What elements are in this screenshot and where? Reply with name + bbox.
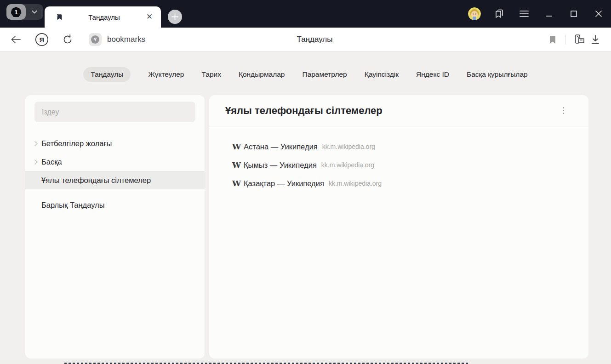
- sidebar-item-other[interactable]: Басқа: [25, 153, 205, 171]
- avatar: [468, 7, 481, 20]
- tab-count-badge[interactable]: 1: [6, 4, 26, 20]
- toolbar-actions: [544, 28, 611, 51]
- wikipedia-favicon: W: [232, 142, 244, 151]
- sidebar-item-all-bookmarks[interactable]: Барлық Таңдаулы: [25, 196, 205, 214]
- bookmarks-page: Таңдаулы Жүктеулер Тарих Қондырмалар Пар…: [0, 51, 611, 360]
- bookmark-url: kk.m.wikipedia.org: [321, 161, 374, 169]
- bookmarks-main-panel: Ұялы телефондағы сілтемелер W Астана — У…: [209, 95, 588, 358]
- downloads-icon[interactable]: [587, 31, 604, 48]
- toolbar-divider: [565, 34, 566, 45]
- new-tab-button[interactable]: [168, 10, 182, 24]
- bookmark-list: W Астана — Уикипедия kk.m.wikipedia.org …: [209, 126, 588, 193]
- sidebar-item-bookmarks-bar[interactable]: Бетбелгілер жолағы: [25, 134, 205, 153]
- bookmark-title: Қымыз — Уикипедия: [244, 161, 317, 170]
- titlebar: 1 Таңдаулы ✕: [0, 0, 611, 28]
- nav-tab-bookmarks[interactable]: Таңдаулы: [83, 67, 131, 82]
- sidebar-item-label: Басқа: [41, 158, 62, 166]
- titlebar-actions: [462, 0, 611, 28]
- address-bar-url[interactable]: bookmarks: [107, 35, 145, 44]
- sidebar-item-label: Ұялы телефондағы сілтемелер: [41, 176, 151, 185]
- profile-avatar[interactable]: [462, 0, 487, 28]
- sidebar-item-label: Бетбелгілер жолағы: [41, 139, 112, 148]
- nav-tab-settings[interactable]: Параметрлер: [302, 67, 347, 82]
- tab-counter-control[interactable]: 1: [6, 4, 43, 20]
- menu-icon[interactable]: [512, 0, 537, 28]
- bookmark-title: Астана — Уикипедия: [244, 142, 318, 151]
- yandex-logo-button[interactable]: Я: [34, 31, 50, 48]
- svg-text:Я: Я: [40, 35, 45, 43]
- bookmark-tab-icon: [55, 12, 64, 22]
- wikipedia-favicon: W: [232, 160, 244, 170]
- kebab-menu-icon[interactable]: [556, 104, 570, 118]
- favicon-letter: Y: [91, 35, 99, 44]
- browser-tab-bookmarks[interactable]: Таңдаулы ✕: [45, 6, 161, 28]
- nav-tab-security[interactable]: Қауіпсіздік: [365, 67, 399, 82]
- browser-window: 1 Таңдаулы ✕: [0, 0, 611, 364]
- folder-header: Ұялы телефондағы сілтемелер: [209, 95, 588, 126]
- sidebar-item-label: Барлық Таңдаулы: [41, 201, 105, 210]
- nav-tab-history[interactable]: Тарих: [201, 67, 221, 82]
- bookmark-url: kk.m.wikipedia.org: [329, 180, 382, 187]
- tab-title: Таңдаулы: [64, 13, 144, 21]
- refresh-icon[interactable]: [59, 31, 76, 48]
- nav-tab-yandex-id[interactable]: Яндекс ID: [416, 67, 449, 82]
- tab-count-value: 1: [11, 7, 22, 17]
- chevron-right-icon[interactable]: [34, 141, 41, 146]
- bookmark-item[interactable]: W Астана — Уикипедия kk.m.wikipedia.org: [209, 137, 588, 156]
- toolbar: Я Y bookmarks Таңдаулы: [0, 28, 611, 51]
- side-panels-icon[interactable]: [487, 0, 512, 28]
- search-input[interactable]: [34, 102, 195, 122]
- tab-separator: [41, 10, 42, 18]
- back-button[interactable]: [8, 31, 24, 48]
- settings-nav: Таңдаулы Жүктеулер Тарих Қондырмалар Пар…: [0, 51, 611, 82]
- folder-title: Ұялы телефондағы сілтемелер: [225, 105, 556, 117]
- chevron-right-icon[interactable]: [34, 159, 41, 165]
- close-tab-icon[interactable]: ✕: [144, 12, 154, 22]
- close-window-button[interactable]: [586, 0, 611, 28]
- nav-tab-extensions[interactable]: Қондырмалар: [239, 67, 285, 82]
- taskbar-edge: [0, 360, 611, 364]
- page-favicon: Y: [89, 33, 102, 46]
- bookmark-url: kk.m.wikipedia.org: [322, 143, 375, 150]
- bookmark-flag-icon[interactable]: [544, 31, 561, 48]
- maximize-button[interactable]: [561, 0, 586, 28]
- panels: Бетбелгілер жолағы Басқа Ұялы телефондағ…: [25, 95, 588, 358]
- nav-tab-downloads[interactable]: Жүктеулер: [148, 67, 184, 82]
- bookmarks-sidebar: Бетбелгілер жолағы Басқа Ұялы телефондағ…: [25, 95, 205, 358]
- nav-tab-other-devices[interactable]: Басқа құрылғылар: [467, 67, 528, 82]
- sidebar-item-mobile-links[interactable]: Ұялы телефондағы сілтемелер: [25, 171, 205, 189]
- folder-tree: Бетбелгілер жолағы Басқа Ұялы телефондағ…: [25, 134, 205, 214]
- bookmark-item[interactable]: W Қазақтар — Уикипедия kk.m.wikipedia.or…: [209, 174, 588, 193]
- minimize-button[interactable]: [537, 0, 561, 28]
- bookmark-title: Қазақтар — Уикипедия: [244, 179, 324, 188]
- address-bar-page-title: Таңдаулы: [297, 28, 333, 51]
- password-manager-icon[interactable]: [571, 31, 587, 48]
- wikipedia-favicon: W: [232, 179, 244, 188]
- bookmark-item[interactable]: W Қымыз — Уикипедия kk.m.wikipedia.org: [209, 156, 588, 174]
